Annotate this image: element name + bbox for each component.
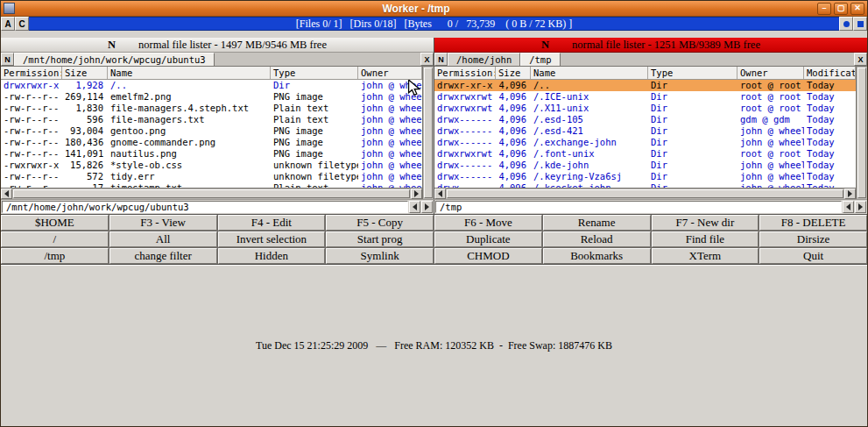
column-header-type[interactable]: Type: [648, 67, 737, 79]
scroll-left-button[interactable]: [1, 189, 12, 199]
command-button[interactable]: F6 - Move: [434, 215, 542, 231]
toolbar-mini-button-2[interactable]: [853, 17, 867, 31]
column-header-mod[interactable]: Modification: [804, 67, 856, 79]
command-button[interactable]: change filter: [109, 248, 217, 264]
command-button[interactable]: Symlink: [326, 248, 434, 264]
scroll-trough[interactable]: [446, 189, 844, 199]
scroll-right-button[interactable]: [844, 189, 856, 199]
column-header-type[interactable]: Type: [271, 67, 358, 79]
command-button[interactable]: Reload: [543, 231, 651, 247]
file-cell-mod: Today: [804, 114, 856, 125]
column-header-owner[interactable]: Owner: [358, 67, 422, 79]
file-row[interactable]: -rw-r--r--572tidy.errunknown filetypejoh…: [1, 171, 422, 182]
column-header-perm[interactable]: Permission:: [434, 67, 496, 79]
command-button[interactable]: F4 - Edit: [218, 215, 326, 231]
right-path-field[interactable]: /tmp: [435, 201, 842, 213]
file-cell-size: 4,096: [496, 171, 531, 182]
file-row[interactable]: drwx------4,096/.exchange-johnDirjohn @ …: [434, 137, 856, 148]
command-button[interactable]: /tmp: [1, 248, 109, 264]
titlebar[interactable]: Worker - /tmp – ▢ ✕: [1, 1, 867, 17]
column-header-name[interactable]: Name: [108, 67, 271, 79]
right-lister-mode-tab[interactable]: N: [434, 53, 448, 66]
scroll-thumb[interactable]: [424, 68, 433, 198]
scroll-thumb[interactable]: [13, 189, 410, 198]
path-tab[interactable]: /tmp: [520, 53, 560, 66]
scroll-left-button[interactable]: [434, 189, 446, 199]
left-path-forward-button[interactable]: [421, 201, 433, 213]
left-path-field[interactable]: /mnt/home/john/work/wpcug/ubuntu3: [2, 201, 408, 213]
file-row[interactable]: -rwxrwxr-x15,826*style-ob.cssunknown fil…: [1, 160, 422, 171]
command-button[interactable]: Duplicate: [434, 231, 542, 247]
command-button[interactable]: Hidden: [218, 248, 326, 264]
file-row[interactable]: -rw-r--r--269,114emelfm2.pngPNG imagejoh…: [1, 91, 422, 103]
command-button[interactable]: F5 - Copy: [326, 215, 434, 231]
right-path-forward-button[interactable]: [855, 201, 866, 213]
command-button[interactable]: $HOME: [1, 215, 109, 231]
file-cell-size: 4,096: [496, 103, 531, 114]
file-row[interactable]: -rw-r--r--1,830file-managers.4.steph.txt…: [1, 103, 422, 114]
column-header-size[interactable]: Size: [62, 67, 108, 79]
right-close-tab-button[interactable]: X: [854, 53, 867, 66]
command-button[interactable]: F8 - DELETE: [759, 215, 867, 231]
scroll-thumb[interactable]: [857, 68, 866, 198]
command-button[interactable]: Quit: [759, 248, 867, 264]
toolbar-mini-button-1[interactable]: [839, 17, 853, 31]
scroll-trough[interactable]: [12, 189, 411, 199]
left-path-back-button[interactable]: [409, 201, 420, 213]
file-row[interactable]: drwx------4,096/.esd-421Dirjohn @ wheelT…: [434, 125, 856, 137]
file-row[interactable]: -rw-r--r--141,091nautilus.pngPNG imagejo…: [1, 148, 422, 160]
scroll-thumb[interactable]: [447, 189, 843, 198]
command-button[interactable]: CHMOD: [434, 248, 542, 264]
file-cell-size: 15,826: [62, 160, 108, 171]
file-cell-size: 93,004: [62, 125, 108, 137]
column-header-perm[interactable]: Permission:: [1, 67, 62, 79]
left-file-list[interactable]: drwxrwxr-x1,928/..Dirjohn @ wheel-rw-r--…: [1, 80, 422, 188]
command-button[interactable]: XTerm: [652, 248, 759, 264]
file-row[interactable]: drwxr-xr-x4,096/..Dirroot @ rootToday: [434, 80, 856, 91]
right-vertical-scrollbar[interactable]: [856, 67, 867, 199]
right-path-back-button[interactable]: [843, 201, 854, 213]
command-button[interactable]: All: [109, 231, 217, 247]
command-button[interactable]: Bookmarks: [543, 248, 651, 264]
column-header-size[interactable]: Size: [496, 67, 531, 79]
right-horizontal-scrollbar[interactable]: [434, 188, 856, 199]
file-row[interactable]: -rw-r--r--93,004gentoo.pngPNG imagejohn …: [1, 125, 422, 137]
command-button[interactable]: Find file: [652, 231, 759, 247]
left-vertical-scrollbar[interactable]: [422, 67, 434, 199]
file-row[interactable]: drwxrwxrwt4,096/.ICE-unixDirroot @ rootT…: [434, 91, 856, 103]
left-horizontal-scrollbar[interactable]: [1, 188, 422, 199]
file-cell-name: file-managers.txt: [108, 114, 271, 125]
close-button[interactable]: ✕: [850, 3, 864, 15]
file-row[interactable]: -rw-r--r--596file-managers.txtPlain text…: [1, 114, 422, 125]
file-row[interactable]: drwx------4,096/.keyring-Vza6sjDirjohn @…: [434, 171, 856, 182]
file-row[interactable]: drwxrwxr-x1,928/..Dirjohn @ wheel: [1, 80, 422, 91]
toolbar-button-c[interactable]: C: [15, 17, 29, 31]
right-file-list[interactable]: drwxr-xr-x4,096/..Dirroot @ rootTodaydrw…: [434, 80, 856, 188]
toolbar: A C [Files 0/ 1] [Dirs 0/18] [Bytes 0 / …: [1, 17, 867, 31]
minimize-button[interactable]: –: [817, 3, 831, 15]
file-row[interactable]: drwxrwxrwt4,096/.X11-unixDirroot @ rootT…: [434, 103, 856, 114]
path-tab[interactable]: /mnt/home/john/work/wpcug/ubuntu3: [14, 53, 215, 66]
toolbar-button-a[interactable]: A: [1, 17, 15, 31]
left-lister-mode-tab[interactable]: N: [1, 53, 14, 66]
right-pane-header[interactable]: N normal file lister - 1251 MB/9389 MB f…: [434, 38, 867, 53]
file-cell-type: Plain text: [271, 103, 358, 114]
file-row[interactable]: drwx------4,096/.esd-105Dirgdm @ gdmToda…: [434, 114, 856, 125]
command-button[interactable]: /: [1, 231, 109, 247]
file-row[interactable]: -rw-r--r--180,436gnome-commander.pngPNG …: [1, 137, 422, 148]
maximize-button[interactable]: ▢: [834, 3, 848, 15]
path-tab[interactable]: /home/john: [448, 53, 520, 66]
left-close-tab-button[interactable]: X: [420, 53, 434, 66]
command-button[interactable]: F3 - View: [109, 215, 217, 231]
command-button[interactable]: F7 - New dir: [652, 215, 759, 231]
column-header-name[interactable]: Name: [531, 67, 648, 79]
command-button[interactable]: Start prog: [326, 231, 434, 247]
command-button[interactable]: Rename: [543, 215, 651, 231]
scroll-right-button[interactable]: [411, 189, 422, 199]
command-button[interactable]: Dirsize: [759, 231, 867, 247]
left-pane-header[interactable]: N normal file lister - 1497 MB/9546 MB f…: [1, 38, 434, 53]
column-header-owner[interactable]: Owner: [737, 67, 804, 79]
file-row[interactable]: drwxrwxrwt4,096/.font-unixDirroot @ root…: [434, 148, 856, 160]
file-row[interactable]: drwx------4,096/.kde-johnDirjohn @ wheel…: [434, 160, 856, 171]
command-button[interactable]: Invert selection: [218, 231, 326, 247]
